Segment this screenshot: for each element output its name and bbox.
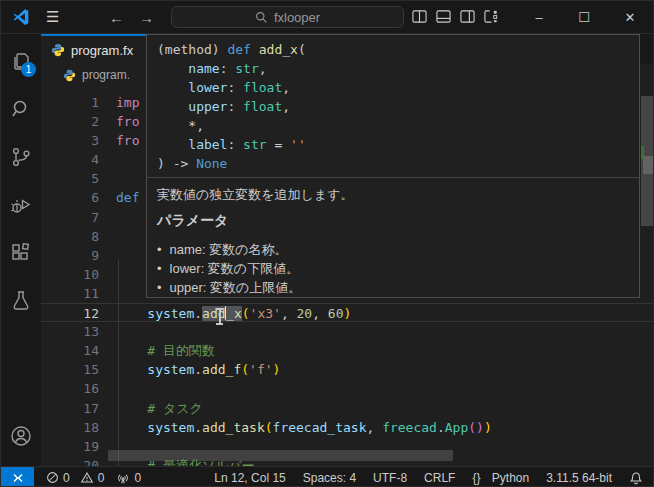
tooltip-param-item: lower: 変数の下限値。 bbox=[157, 259, 629, 278]
vscode-logo-icon bbox=[12, 8, 30, 26]
command-center-search[interactable]: fxlooper bbox=[171, 6, 404, 28]
sidebar-item-run-debug[interactable] bbox=[1, 185, 41, 225]
code-token: freecad_task bbox=[273, 420, 367, 435]
line-number[interactable]: 4 bbox=[41, 150, 99, 169]
code-text: system.add_f('f') bbox=[99, 360, 280, 379]
code-token: add_f bbox=[202, 362, 241, 377]
code-text: system.add_task(freecad_task, freecad.Ap… bbox=[99, 418, 492, 437]
sidebar-item-search[interactable] bbox=[1, 89, 41, 129]
code-token: . bbox=[437, 420, 445, 435]
eol-sequence[interactable]: CRLF bbox=[424, 471, 455, 485]
problems-button[interactable]: 0 0 bbox=[46, 471, 104, 485]
code-line[interactable]: 18 system.add_task(freecad_task, freecad… bbox=[41, 418, 654, 437]
ports-button[interactable]: 0 bbox=[116, 471, 141, 485]
overview-cursor-marker bbox=[643, 156, 654, 174]
code-line[interactable]: 17 # タスク bbox=[41, 399, 654, 418]
line-number[interactable]: 11 bbox=[41, 284, 99, 303]
code-line[interactable]: 16 bbox=[41, 379, 654, 398]
vertical-scrollbar[interactable] bbox=[641, 34, 654, 466]
signature-line: label: str = '' bbox=[157, 135, 629, 154]
tooltip-param-item: upper: 変数の上限値。 bbox=[157, 278, 629, 297]
code-token: None bbox=[196, 154, 227, 173]
tooltip-docs: 実数値の独立変数を追加します。 パラメータ name: 変数の名称。lower:… bbox=[147, 178, 639, 298]
maximize-button[interactable]: ☐ bbox=[566, 1, 602, 33]
line-number[interactable]: 5 bbox=[41, 169, 99, 188]
code-token: ( bbox=[242, 306, 250, 321]
line-number[interactable]: 7 bbox=[41, 208, 99, 227]
python-file-icon bbox=[63, 69, 76, 82]
code-token: ) bbox=[344, 306, 352, 321]
encoding[interactable]: UTF-8 bbox=[373, 471, 407, 485]
line-number[interactable]: 8 bbox=[41, 227, 99, 246]
code-token: 'x3' bbox=[250, 306, 281, 321]
code-token: str bbox=[235, 59, 258, 78]
tab-program-fx[interactable]: program.fx bbox=[41, 34, 147, 64]
code-line[interactable]: 14 # 目的関数 bbox=[41, 341, 654, 360]
code-token: _x bbox=[226, 306, 242, 321]
code-token: upper bbox=[188, 97, 227, 116]
back-arrow-icon[interactable]: ← bbox=[107, 9, 125, 26]
remote-indicator-button[interactable] bbox=[1, 467, 34, 487]
code-token bbox=[251, 40, 259, 59]
line-number[interactable]: 15 bbox=[41, 360, 99, 379]
menu-hamburger-icon[interactable]: ☰ bbox=[46, 8, 59, 26]
sidebar-item-source-control[interactable] bbox=[1, 137, 41, 177]
minimize-button[interactable]: – bbox=[521, 1, 557, 33]
code-token: . bbox=[194, 362, 202, 377]
indentation[interactable]: Spaces: 4 bbox=[303, 471, 356, 485]
code-token: 60 bbox=[328, 306, 344, 321]
code-line[interactable]: 13 bbox=[41, 322, 654, 341]
code-token: : bbox=[227, 135, 243, 154]
line-number[interactable]: 10 bbox=[41, 265, 99, 284]
sidebar-item-extensions[interactable] bbox=[1, 233, 41, 273]
signature-line: name: str, bbox=[157, 59, 629, 78]
code-token bbox=[157, 78, 188, 97]
toggle-sidebar-icon[interactable] bbox=[412, 9, 427, 24]
code-token: system bbox=[147, 420, 194, 435]
toggle-panel-icon[interactable] bbox=[436, 9, 451, 24]
line-number[interactable]: 12 bbox=[41, 304, 99, 321]
line-number[interactable]: 16 bbox=[41, 379, 99, 398]
line-number[interactable]: 9 bbox=[41, 246, 99, 265]
line-number[interactable]: 19 bbox=[41, 437, 99, 456]
line-number[interactable]: 6 bbox=[41, 188, 99, 207]
toggle-secondary-sidebar-icon[interactable] bbox=[460, 9, 475, 24]
code-token: ( bbox=[241, 362, 249, 377]
code-token: float bbox=[243, 78, 282, 97]
accounts-button[interactable] bbox=[1, 416, 41, 456]
language-mode[interactable]: {} Python bbox=[472, 471, 529, 485]
warnings-count: 0 bbox=[98, 471, 105, 485]
forward-arrow-icon[interactable]: → bbox=[137, 9, 155, 26]
code-text: imp bbox=[99, 93, 139, 112]
line-number[interactable]: 3 bbox=[41, 131, 99, 150]
line-number[interactable]: 14 bbox=[41, 341, 99, 360]
notifications-bell-icon[interactable] bbox=[629, 471, 643, 485]
cursor-position[interactable]: Ln 12, Col 15 bbox=[214, 471, 285, 485]
python-interpreter[interactable]: 3.11.5 64-bit bbox=[546, 471, 612, 485]
line-number[interactable]: 18 bbox=[41, 418, 99, 437]
line-number[interactable]: 2 bbox=[41, 112, 99, 131]
code-token: def bbox=[227, 40, 250, 59]
customize-layout-icon[interactable] bbox=[484, 9, 499, 24]
close-button[interactable]: ✕ bbox=[612, 1, 648, 33]
tooltip-param-item: label: 変数のラベル。データアナライザーにおける基底ラベルとして使用 bbox=[157, 297, 629, 298]
code-line[interactable]: 15 system.add_f('f') bbox=[41, 360, 654, 379]
code-token: , bbox=[281, 306, 297, 321]
code-token: float bbox=[243, 97, 282, 116]
line-number[interactable]: 17 bbox=[41, 399, 99, 418]
line-number[interactable]: 1 bbox=[41, 93, 99, 112]
line-number[interactable]: 20 bbox=[41, 456, 99, 466]
extensions-icon bbox=[9, 241, 33, 265]
tooltip-param-item: name: 変数の名称。 bbox=[157, 240, 629, 259]
code-text bbox=[99, 265, 116, 284]
horizontal-scrollbar-thumb[interactable] bbox=[108, 450, 453, 461]
code-token: name bbox=[188, 59, 219, 78]
code-token: str bbox=[243, 135, 266, 154]
sidebar-item-explorer[interactable]: 1 bbox=[1, 41, 41, 81]
code-token: lower bbox=[188, 78, 227, 97]
code-token bbox=[116, 362, 147, 377]
code-line[interactable]: 12 system.add_x('x3', 20, 60) bbox=[41, 303, 654, 322]
code-text: # タスク bbox=[99, 399, 203, 418]
line-number[interactable]: 13 bbox=[41, 322, 99, 341]
sidebar-item-testing[interactable] bbox=[1, 281, 41, 321]
